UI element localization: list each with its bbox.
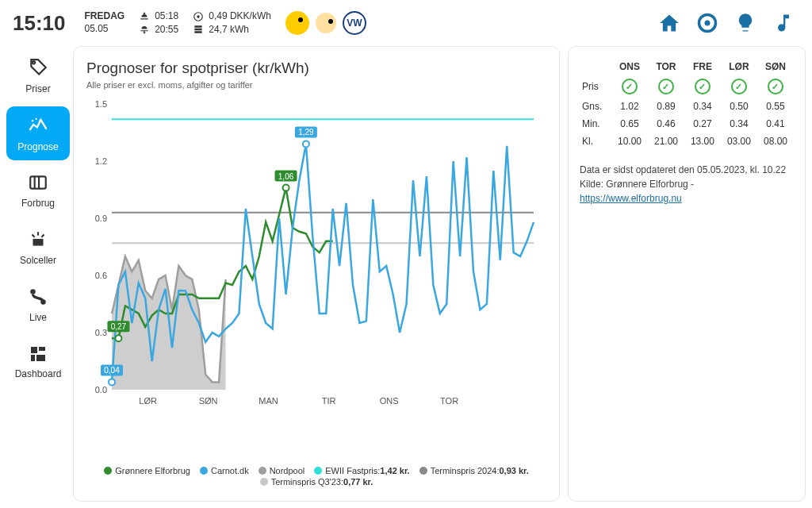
svg-rect-14 (36, 355, 45, 361)
svg-text:1,06: 1,06 (278, 172, 294, 181)
disc-icon[interactable] (691, 7, 723, 39)
panel-subtitle: Alle priser er excl. moms, afgifter og t… (86, 80, 546, 90)
legend-item: Terminspris 2024: 0,93 kr. (419, 466, 529, 475)
legend-item: Carnot.dk (200, 466, 249, 475)
check-icon: ✓ (622, 79, 638, 94)
price-icon (193, 11, 204, 22)
duck-icon-1[interactable] (285, 11, 309, 35)
check-icon: ✓ (695, 79, 710, 94)
legend-item: Terminspris Q3'23: 0,77 kr. (260, 477, 373, 487)
sidebar-item-forbrug[interactable]: Forbrug (6, 164, 70, 217)
energy-meter-icon (193, 24, 204, 35)
svg-rect-11 (31, 347, 37, 353)
sidebar-item-priser[interactable]: Priser (6, 49, 70, 103)
svg-rect-8 (33, 239, 44, 246)
sunset-icon (139, 24, 150, 35)
svg-rect-13 (31, 355, 35, 361)
sidebar-item-prognose[interactable]: Prognose (6, 106, 70, 160)
sun-times: 05:18 20:55 (139, 10, 178, 37)
svg-point-39 (303, 140, 309, 147)
svg-point-33 (115, 335, 121, 341)
sidebar-item-dashboard[interactable]: Dashboard (6, 335, 70, 389)
clock: 15:10 (13, 11, 66, 36)
legend-item: EWII Fastpris: 1,42 kr. (314, 466, 409, 475)
svg-point-30 (109, 379, 115, 385)
svg-text:SØN: SØN (199, 396, 218, 406)
svg-point-6 (39, 120, 40, 121)
header-bar: 15:10 FREDAG 05.05 05:18 20:55 0,49 DKK/… (0, 0, 812, 46)
svg-text:0,27: 0,27 (111, 322, 127, 331)
forecast-chart: 0.00.30.60.91.21.5LØRSØNMANTIRONSTOR0,04… (86, 96, 538, 414)
chart-panel: Prognoser for spotpriser (kr/kWh) Alle p… (73, 46, 560, 502)
svg-point-4 (32, 120, 33, 121)
svg-point-9 (30, 289, 36, 294)
svg-text:1.2: 1.2 (95, 156, 107, 166)
sunrise-icon (139, 11, 150, 22)
legend-item: Nordpool (259, 466, 305, 475)
svg-text:ONS: ONS (380, 396, 399, 406)
svg-text:1,29: 1,29 (298, 128, 314, 137)
svg-point-5 (36, 118, 37, 120)
svg-text:0,04: 0,04 (104, 366, 120, 375)
svg-point-3 (705, 21, 710, 26)
check-icon: ✓ (658, 79, 674, 94)
svg-text:0.9: 0.9 (95, 214, 107, 223)
panel-title: Prognoser for spotpriser (kr/kWh) (86, 60, 546, 77)
chart-legend: Grønnere ElforbrugCarnot.dkNordpoolEWII … (86, 466, 546, 488)
sidebar-item-live[interactable]: Live (6, 278, 70, 332)
energy-block: 0,49 DKK/kWh 24,7 kWh (193, 10, 271, 37)
header-app-icons: VW (285, 11, 373, 35)
svg-text:TIR: TIR (322, 396, 336, 406)
svg-text:0.0: 0.0 (95, 385, 107, 394)
svg-text:0.3: 0.3 (95, 328, 107, 337)
check-icon: ✓ (768, 79, 783, 94)
svg-point-36 (283, 185, 289, 191)
stats-table: ONSTORFRELØRSØNPris✓✓✓✓✓Gns.1.020.890.34… (580, 58, 794, 150)
duck-icon-2[interactable] (316, 13, 336, 33)
svg-text:LØR: LØR (139, 396, 157, 406)
legend-item: Grønnere Elforbrug (104, 466, 190, 475)
source-link[interactable]: https://www.elforbrug.nu (580, 193, 682, 204)
svg-text:TOR: TOR (440, 396, 458, 406)
svg-point-1 (197, 15, 200, 18)
music-icon[interactable] (768, 7, 799, 39)
svg-text:MAN: MAN (259, 396, 278, 406)
vw-logo-icon[interactable]: VW (343, 11, 366, 35)
svg-rect-12 (39, 347, 45, 351)
bulb-icon[interactable] (730, 7, 761, 39)
update-info: Data er sidst opdateret den 05.05.2023, … (580, 163, 794, 206)
home-icon[interactable] (653, 7, 685, 39)
svg-text:0.6: 0.6 (95, 271, 107, 280)
sidebar-item-solceller[interactable]: Solceller (6, 221, 70, 275)
check-icon: ✓ (731, 79, 747, 94)
date-block: FREDAG 05.05 (85, 10, 125, 35)
sidebar: PriserPrognoseForbrugSolcellerLiveDashbo… (3, 46, 73, 502)
svg-text:1.5: 1.5 (95, 99, 107, 109)
stats-panel: ONSTORFRELØRSØNPris✓✓✓✓✓Gns.1.020.890.34… (568, 46, 806, 502)
